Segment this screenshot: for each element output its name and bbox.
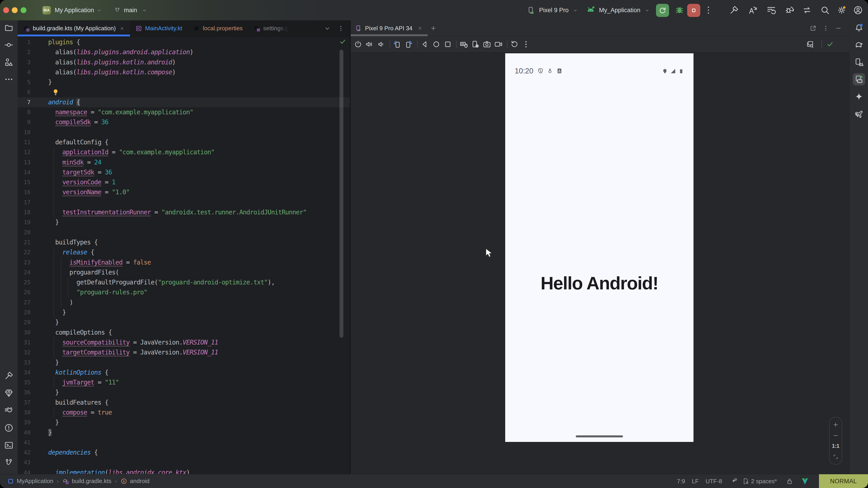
problems-icon[interactable] bbox=[4, 423, 13, 433]
code-line-2[interactable]: 2 alias(libs.plugins.android.application… bbox=[18, 47, 350, 57]
nav-back-icon[interactable] bbox=[421, 40, 429, 48]
branch-widget[interactable]: main bbox=[124, 0, 137, 20]
open-in-window-icon[interactable] bbox=[810, 25, 816, 32]
build-hammer-icon[interactable] bbox=[4, 371, 13, 381]
indent-setting[interactable]: 2 spaces* bbox=[751, 478, 777, 485]
code-line-29[interactable]: 29 } bbox=[18, 318, 350, 327]
running-devices-icon[interactable] bbox=[853, 73, 865, 86]
inspections-status-icon[interactable] bbox=[339, 38, 346, 46]
code-line-18[interactable]: 18 testInstrumentationRunner = "androidx… bbox=[18, 207, 350, 217]
zoom-out-button[interactable] bbox=[833, 432, 839, 439]
device-selector[interactable]: Pixel 9 Pro bbox=[539, 0, 569, 20]
code-line-39[interactable]: 39 } bbox=[18, 418, 350, 427]
code-line-30[interactable]: 30 compileOptions { bbox=[18, 328, 350, 337]
send-feedback-icon[interactable] bbox=[854, 109, 864, 119]
breadcrumb-item[interactable]: build.gradle.kts bbox=[72, 478, 112, 485]
power-icon[interactable] bbox=[354, 40, 362, 48]
caret-position[interactable]: 7:9 bbox=[677, 478, 685, 485]
maximize-window-button[interactable] bbox=[21, 7, 26, 13]
gemini-icon[interactable] bbox=[854, 92, 864, 101]
code-line-14[interactable]: 14 targetSdk = 36 bbox=[18, 167, 350, 177]
project-widget[interactable]: My Application bbox=[55, 0, 94, 20]
zoom-in-button[interactable] bbox=[833, 422, 839, 428]
code-line-36[interactable]: 36 } bbox=[18, 387, 350, 397]
code-line-12[interactable]: 12 applicationId = "com.example.myapplic… bbox=[18, 147, 350, 157]
rotate-left-icon[interactable] bbox=[393, 40, 401, 48]
code-line-25[interactable]: 25 getDefaultProguardFile("proguard-andr… bbox=[18, 278, 350, 287]
editor-code[interactable]: 1plugins {2 alias(libs.plugins.android.a… bbox=[18, 37, 350, 474]
code-line-31[interactable]: 31 sourceCompatibility = JavaVersion.VER… bbox=[18, 337, 350, 348]
editor-scrollbar[interactable] bbox=[340, 50, 343, 338]
search-button[interactable] bbox=[820, 5, 830, 15]
vim-mode-badge[interactable]: NORMAL bbox=[819, 474, 868, 488]
list-arrow-button[interactable] bbox=[766, 5, 776, 15]
bug-arrow-button[interactable] bbox=[784, 5, 795, 15]
volume-up-icon[interactable] bbox=[365, 40, 374, 48]
emulator-tab[interactable]: Pixel 9 Pro API 34 bbox=[355, 20, 423, 36]
close-tab-icon[interactable] bbox=[120, 26, 125, 31]
ai-assistant-status-icon[interactable] bbox=[730, 478, 738, 485]
terminal-icon[interactable] bbox=[4, 441, 13, 450]
avatar-button[interactable] bbox=[853, 5, 863, 15]
gradle-elephant-icon[interactable] bbox=[854, 40, 864, 50]
commit-icon[interactable] bbox=[4, 40, 13, 50]
readonly-toggle-icon[interactable] bbox=[786, 478, 793, 485]
minimize-window-button[interactable] bbox=[12, 7, 18, 13]
code-line-24[interactable]: 24 proguardFiles( bbox=[18, 267, 350, 278]
code-line-6[interactable]: 6 bbox=[18, 87, 350, 97]
code-line-22[interactable]: 22 release { bbox=[18, 248, 350, 257]
code-line-38[interactable]: 38 compose = true bbox=[18, 408, 350, 418]
code-line-16[interactable]: 16 versionName = "1.0" bbox=[18, 187, 350, 197]
editor-tab[interactable]: local.properties bbox=[188, 20, 248, 36]
tab-options-button[interactable] bbox=[338, 25, 344, 32]
breadcrumb-item[interactable]: android bbox=[130, 478, 150, 485]
code-line-20[interactable]: 20 bbox=[18, 228, 350, 237]
breadcrumb-item[interactable]: MyApplication bbox=[17, 478, 53, 485]
code-line-32[interactable]: 32 targetCompatibility = JavaVersion.VER… bbox=[18, 348, 350, 357]
screenshot-icon[interactable] bbox=[483, 40, 491, 48]
hide-icon[interactable] bbox=[835, 25, 842, 32]
more-horizontal-icon[interactable] bbox=[4, 74, 13, 84]
code-line-44[interactable]: 44 implementation(libs.androidx.core.ktx… bbox=[18, 468, 350, 474]
more-vertical-icon[interactable] bbox=[522, 40, 530, 48]
screen-record-icon[interactable] bbox=[494, 40, 503, 48]
nav-home-icon[interactable] bbox=[432, 40, 440, 48]
sync-a-button[interactable] bbox=[748, 5, 758, 15]
hidden-tabs-button[interactable] bbox=[324, 25, 331, 32]
check-icon[interactable] bbox=[826, 40, 834, 48]
structure-icon[interactable] bbox=[4, 57, 13, 67]
code-line-23[interactable]: 23 isMinifyEnabled = false bbox=[18, 258, 350, 267]
code-line-21[interactable]: 21 buildTypes { bbox=[18, 237, 350, 248]
fit-screen-button[interactable] bbox=[833, 454, 839, 460]
code-line-34[interactable]: 34 kotlinOptions { bbox=[18, 367, 350, 378]
debug-button[interactable] bbox=[675, 5, 684, 15]
close-emulator-tab-icon[interactable] bbox=[417, 26, 423, 31]
rerun-button[interactable] bbox=[656, 4, 669, 17]
file-encoding[interactable]: UTF-8 bbox=[706, 478, 722, 485]
device-nav-handle[interactable] bbox=[576, 435, 623, 437]
code-line-5[interactable]: 5} bbox=[18, 77, 350, 87]
more-vertical-icon[interactable] bbox=[822, 25, 829, 32]
code-line-26[interactable]: 26 "proguard-rules.pro" bbox=[18, 287, 350, 297]
project-icon[interactable] bbox=[4, 23, 13, 33]
code-line-10[interactable]: 10 bbox=[18, 127, 350, 137]
code-line-28[interactable]: 28 } bbox=[18, 307, 350, 318]
code-line-37[interactable]: 37 buildFeatures { bbox=[18, 398, 350, 408]
line-separator[interactable]: LF bbox=[692, 478, 699, 485]
code-line-8[interactable]: 8 namespace = "com.example.myapplication… bbox=[18, 107, 350, 117]
editor-tab[interactable]: settings.g bbox=[248, 20, 294, 36]
editor-tab[interactable]: build.gradle.kts (My Application) bbox=[18, 20, 130, 36]
add-device-tab-button[interactable] bbox=[430, 25, 436, 31]
code-line-43[interactable]: 43 bbox=[18, 457, 350, 467]
gem-icon[interactable] bbox=[4, 388, 13, 398]
device-settings-icon[interactable] bbox=[471, 40, 480, 48]
run-configuration-selector[interactable]: My_Application bbox=[599, 0, 640, 20]
code-line-4[interactable]: 4 alias(libs.plugins.kotlin.compose) bbox=[18, 67, 350, 77]
intention-bulb-icon[interactable] bbox=[52, 88, 59, 96]
editor-tab[interactable]: MainActivity.kt bbox=[130, 20, 188, 36]
layout-inspector-icon[interactable] bbox=[806, 40, 814, 48]
notifications-icon[interactable] bbox=[854, 23, 864, 33]
nav-overview-icon[interactable] bbox=[443, 40, 452, 48]
code-line-40[interactable]: 40} bbox=[18, 428, 350, 437]
more-run-actions-button[interactable] bbox=[704, 5, 713, 15]
